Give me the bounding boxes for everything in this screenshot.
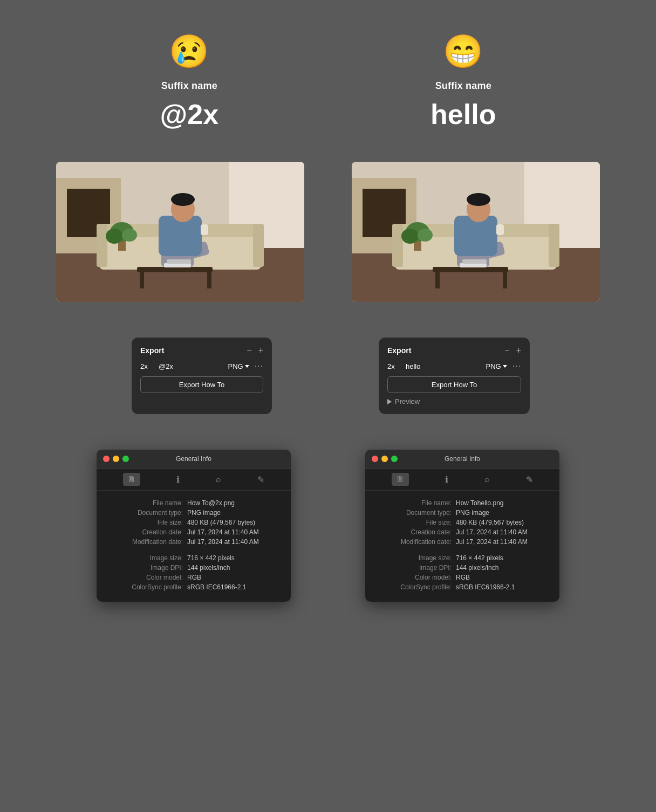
- left-minus-button[interactable]: −: [247, 346, 251, 355]
- svg-rect-46: [435, 272, 440, 288]
- left-creation-value: Jul 17, 2024 at 11:40 AM: [187, 528, 280, 536]
- right-scale: 2x: [387, 362, 400, 370]
- right-panel-wrapper: Export − + 2x hello PNG ··· Export How T…: [339, 338, 570, 414]
- left-doctype-label: Document type:: [107, 509, 183, 517]
- right-export-title: Export: [387, 346, 411, 355]
- svg-rect-21: [140, 272, 144, 288]
- left-window-title: General Info: [176, 455, 211, 463]
- left-format[interactable]: PNG: [228, 362, 249, 370]
- left-creation-row: Creation date: Jul 17, 2024 at 11:40 AM: [107, 528, 280, 536]
- left-export-row: 2x @2x PNG ···: [140, 361, 263, 371]
- left-export-button[interactable]: Export How To: [140, 376, 263, 393]
- right-imagesize-row: Image size: 716 × 442 pixels: [376, 554, 549, 562]
- svg-rect-15: [201, 224, 208, 235]
- left-panel-wrapper: Export − + 2x @2x PNG ··· Export How To: [86, 338, 317, 414]
- right-colorsync-label: ColorSync profile:: [376, 583, 452, 591]
- right-filename-label: File name:: [376, 499, 452, 507]
- right-file-icon[interactable]: 🗎: [392, 473, 409, 486]
- left-colorsync-row: ColorSync profile: sRGB IEC61966-2.1: [107, 583, 280, 591]
- right-plus-button[interactable]: +: [516, 346, 521, 355]
- left-window-buttons: [103, 456, 129, 462]
- right-search-icon[interactable]: ⌕: [484, 474, 490, 484]
- right-filename-row: File name: How Tohello.png: [376, 499, 549, 507]
- left-header: 😢 Suffix name @2x: [160, 32, 219, 146]
- left-preview-image: [56, 162, 304, 302]
- left-creation-label: Creation date:: [107, 528, 183, 536]
- left-format-chevron: [245, 365, 249, 368]
- right-minus-button[interactable]: −: [504, 346, 509, 355]
- right-preview-image: [352, 162, 600, 302]
- svg-rect-48: [460, 263, 487, 267]
- right-filesize-label: File size:: [376, 519, 452, 526]
- right-imagesize-value: 716 × 442 pixels: [456, 554, 549, 562]
- left-suffix: @2x: [159, 362, 222, 370]
- left-info-icon[interactable]: ℹ: [176, 474, 180, 485]
- left-modification-value: Jul 17, 2024 at 11:40 AM: [187, 538, 280, 546]
- left-colormodel-label: Color model:: [107, 574, 183, 581]
- right-dpi-label: Image DPI:: [376, 564, 452, 572]
- right-export-button[interactable]: Export How To: [387, 376, 521, 393]
- svg-rect-47: [503, 272, 507, 288]
- svg-rect-20: [137, 267, 213, 272]
- left-modification-row: Modification date: Jul 17, 2024 at 11:40…: [107, 538, 280, 546]
- left-search-icon[interactable]: ⌕: [216, 474, 221, 484]
- right-export-row: 2x hello PNG ···: [387, 361, 521, 371]
- left-file-icon[interactable]: 🗎: [123, 473, 140, 486]
- left-filesize-label: File size:: [107, 519, 183, 526]
- left-filename-row: File name: How To@2x.png: [107, 499, 280, 507]
- left-emoji: 😢: [169, 32, 209, 71]
- left-maximize-button[interactable]: [122, 456, 129, 462]
- right-colorsync-row: ColorSync profile: sRGB IEC61966-2.1: [376, 583, 549, 591]
- right-suffix: hello: [406, 362, 480, 370]
- left-edit-icon[interactable]: ✎: [257, 474, 264, 485]
- svg-rect-23: [164, 263, 191, 267]
- right-info-icon[interactable]: ℹ: [445, 474, 448, 485]
- left-suffix-value: @2x: [160, 98, 219, 130]
- svg-point-18: [106, 229, 123, 244]
- svg-rect-22: [207, 272, 211, 288]
- right-maximize-button[interactable]: [391, 456, 398, 462]
- right-window-titlebar: General Info: [365, 450, 559, 469]
- left-info-wrapper: General Info 🗎 ℹ ⌕ ✎ File name: How To@2…: [70, 430, 317, 602]
- left-colorsync-label: ColorSync profile:: [107, 583, 183, 591]
- left-info-content: File name: How To@2x.png Document type: …: [97, 491, 291, 602]
- right-export-panel: Export − + 2x hello PNG ··· Export How T…: [379, 338, 530, 414]
- left-export-header: Export − +: [140, 346, 263, 355]
- right-dots[interactable]: ···: [512, 361, 521, 371]
- right-creation-label: Creation date:: [376, 528, 452, 536]
- left-minimize-button[interactable]: [113, 456, 119, 462]
- right-creation-row: Creation date: Jul 17, 2024 at 11:40 AM: [376, 528, 549, 536]
- left-imagesize-label: Image size:: [107, 554, 183, 562]
- right-info-content: File name: How Tohello.png Document type…: [365, 491, 559, 602]
- right-preview-text: Preview: [395, 397, 420, 405]
- right-colormodel-value: RGB: [456, 574, 549, 581]
- left-close-button[interactable]: [103, 456, 110, 462]
- left-plus-button[interactable]: +: [258, 346, 263, 355]
- left-info-window: General Info 🗎 ℹ ⌕ ✎ File name: How To@2…: [97, 450, 291, 602]
- left-dpi-value: 144 pixels/inch: [187, 564, 280, 572]
- svg-point-43: [401, 229, 419, 244]
- right-header: 😁 Suffix name hello: [430, 32, 496, 146]
- svg-rect-49: [462, 259, 487, 264]
- left-dots[interactable]: ···: [255, 361, 263, 371]
- right-edit-icon[interactable]: ✎: [526, 474, 533, 485]
- right-window-toolbar: 🗎 ℹ ⌕ ✎: [365, 469, 559, 491]
- left-doctype-row: Document type: PNG image: [107, 509, 280, 517]
- left-image-wrapper: [43, 162, 317, 321]
- left-colormodel-row: Color model: RGB: [107, 574, 280, 581]
- right-creation-value: Jul 17, 2024 at 11:40 AM: [456, 528, 549, 536]
- left-imagesize-row: Image size: 716 × 442 pixels: [107, 554, 280, 562]
- left-filename-value: How To@2x.png: [187, 499, 280, 507]
- left-window-titlebar: General Info: [97, 450, 291, 469]
- right-minimize-button[interactable]: [381, 456, 388, 462]
- right-window-buttons: [372, 456, 398, 462]
- right-format-chevron: [503, 365, 507, 368]
- right-close-button[interactable]: [372, 456, 378, 462]
- left-colorsync-value: sRGB IEC61966-2.1: [187, 583, 280, 591]
- svg-rect-33: [549, 224, 559, 267]
- right-emoji: 😁: [443, 32, 483, 71]
- right-colormodel-label: Color model:: [376, 574, 452, 581]
- left-window-toolbar: 🗎 ℹ ⌕ ✎: [97, 469, 291, 491]
- svg-point-13: [171, 193, 195, 206]
- right-format[interactable]: PNG: [486, 362, 507, 370]
